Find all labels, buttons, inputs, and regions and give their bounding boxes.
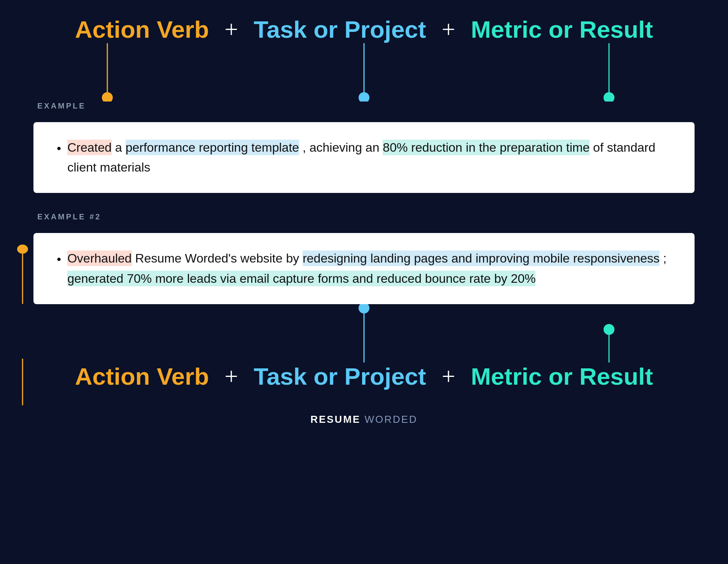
plus-sign-2: + [442,16,455,43]
example2-task: redesigning landing pages and improving … [303,250,660,266]
task-project-label: Task or Project [254,16,426,43]
metric-result-label: Metric or Result [471,16,653,43]
example1-metric: 80% reduction in the preparation time [383,140,590,155]
action-verb-label-bottom: Action Verb [75,363,209,390]
example2-metric: generated 70% more leads via email captu… [67,271,536,286]
plus-sign-3: + [224,363,238,390]
bullet-dot-1: • [57,138,61,158]
example2-connector2: ; [663,251,667,265]
plus-sign-4: + [442,363,455,390]
svg-point-8 [359,304,369,314]
bottom-orange-connector [12,359,33,405]
brand-worded: WORDED [364,413,417,426]
example1-task: performance reporting template [126,140,299,155]
action-verb-label: Action Verb [75,16,209,43]
example2-action-verb: Overhauled [67,250,131,266]
example1-connector2: , achieving an [303,140,383,154]
svg-point-3 [359,92,369,102]
example1-action-verb: Created [67,140,112,155]
example2-box: • Overhauled Resume Worded's website by … [33,233,695,304]
example2-label: EXAMPLE #2 [37,212,698,221]
example2-orange-connector [12,233,33,304]
top-connector-svg [33,43,695,102]
metric-result-label-bottom: Metric or Result [471,363,653,390]
example1-bullet: • Created a performance reporting templa… [57,138,671,177]
brand-footer: RESUME WORDED [310,413,418,426]
plus-sign-1: + [224,16,238,43]
svg-point-6 [17,245,28,254]
svg-point-5 [604,92,614,102]
bullet-dot-2: • [57,249,61,269]
example1-text: Created a performance reporting template… [67,138,671,177]
task-project-label-bottom: Task or Project [254,363,426,390]
brand-resume: RESUME [310,413,360,426]
bottom-connector-svg [33,304,695,363]
svg-point-1 [102,92,113,102]
example1-box: • Created a performance reporting templa… [33,122,695,193]
example2-bullet: • Overhauled Resume Worded's website by … [57,249,671,288]
example2-connector1: Resume Worded's website by [135,251,303,265]
example2-text: Overhauled Resume Worded's website by re… [67,249,671,288]
example1-label: EXAMPLE [37,102,698,110]
svg-point-10 [604,324,614,335]
example1-connector1: a [115,140,126,154]
